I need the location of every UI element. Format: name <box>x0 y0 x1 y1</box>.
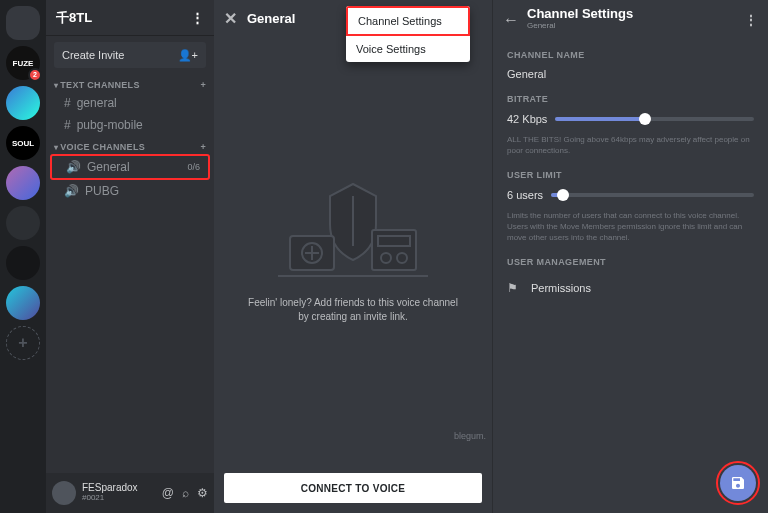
unread-badge: 2 <box>28 68 42 82</box>
settings-popup: Channel Settings Voice Settings <box>346 6 470 62</box>
user-limit-slider[interactable] <box>551 188 754 202</box>
background-text: blegum. <box>454 431 486 441</box>
add-channel-icon[interactable]: + <box>200 80 206 90</box>
back-icon[interactable]: ← <box>503 11 519 29</box>
connect-to-voice-button[interactable]: CONNECT TO VOICE <box>224 473 482 503</box>
speaker-icon: 🔊 <box>64 184 79 198</box>
server-item[interactable] <box>6 286 40 320</box>
server-item[interactable] <box>6 206 40 240</box>
gear-icon[interactable]: ⚙ <box>197 486 208 500</box>
server-name: 千8TL <box>56 9 92 27</box>
save-icon <box>730 475 746 491</box>
create-invite-button[interactable]: Create Invite 👤+ <box>54 42 206 68</box>
bitrate-value: 42 Kbps <box>507 113 547 125</box>
voice-channel-general[interactable]: 🔊General 0/6 <box>50 154 210 180</box>
empty-voice-text: Feelin' lonely? Add friends to this voic… <box>244 296 462 324</box>
popup-voice-settings[interactable]: Voice Settings <box>346 36 470 62</box>
server-item[interactable] <box>6 246 40 280</box>
add-server-button[interactable]: + <box>6 326 40 360</box>
voice-channel-view: ✕ General Channel Settings Voice Setting… <box>214 0 492 513</box>
voice-channel-pubg[interactable]: 🔊PUBG <box>50 180 210 202</box>
channel-settings-pane: ← Channel Settings General ⋮ CHANNEL NAM… <box>492 0 768 513</box>
avatar[interactable] <box>52 481 76 505</box>
server-soul[interactable]: SOUL <box>6 126 40 160</box>
username: FESparadox#0021 <box>82 483 138 503</box>
text-channel-pubg-mobile[interactable]: #pubg-mobile <box>50 114 210 136</box>
empty-voice-illustration <box>278 176 428 286</box>
flag-icon: ⚑ <box>507 281 521 295</box>
user-bar: FESparadox#0021 @ ⌕ ⚙ <box>46 473 214 513</box>
bitrate-slider[interactable] <box>555 112 754 126</box>
server-fuze[interactable]: FUZE2 <box>6 46 40 80</box>
popup-channel-settings[interactable]: Channel Settings <box>346 6 470 36</box>
mentions-icon[interactable]: @ <box>162 486 174 500</box>
user-limit-hint: Limits the number of users that can conn… <box>507 210 754 243</box>
text-channel-general[interactable]: #general <box>50 92 210 114</box>
close-icon[interactable]: ✕ <box>224 9 237 28</box>
settings-subtitle: General <box>527 20 633 32</box>
search-icon[interactable]: ⌕ <box>182 486 189 500</box>
server-item[interactable] <box>6 166 40 200</box>
category-voice-channels[interactable]: ▾VOICE CHANNELS + <box>46 136 214 154</box>
kebab-icon[interactable]: ⋮ <box>744 12 758 28</box>
bitrate-hint: ALL THE BITS! Going above 64kbps may adv… <box>507 134 754 156</box>
server-home[interactable] <box>6 6 40 40</box>
hash-icon: # <box>64 118 71 132</box>
bitrate-label: BITRATE <box>507 94 754 104</box>
add-channel-icon[interactable]: + <box>200 142 206 152</box>
hash-icon: # <box>64 96 71 110</box>
speaker-icon: 🔊 <box>66 160 81 174</box>
settings-title: Channel Settings <box>527 6 633 21</box>
channel-name-label: CHANNEL NAME <box>507 50 754 60</box>
add-person-icon: 👤+ <box>178 49 198 62</box>
user-limit-label: USER LIMIT <box>507 170 754 180</box>
user-management-label: USER MANAGEMENT <box>507 257 754 267</box>
channel-list: 千8TL ⋮ Create Invite 👤+ ▾TEXT CHANNELS +… <box>46 0 214 513</box>
server-header[interactable]: 千8TL ⋮ <box>46 0 214 36</box>
user-limit-value: 6 users <box>507 189 543 201</box>
permissions-row[interactable]: ⚑ Permissions <box>507 275 754 301</box>
server-item[interactable] <box>6 86 40 120</box>
category-text-channels[interactable]: ▾TEXT CHANNELS + <box>46 74 214 92</box>
chevron-down-icon: ▾ <box>54 81 58 90</box>
server-rail: FUZE2 SOUL + <box>0 0 46 513</box>
save-button[interactable] <box>720 465 756 501</box>
channel-title: General <box>247 11 295 26</box>
voice-user-count: 0/6 <box>187 162 200 172</box>
chevron-down-icon: ▾ <box>54 143 58 152</box>
channel-name-field[interactable]: General <box>507 68 754 80</box>
kebab-icon[interactable]: ⋮ <box>191 10 204 25</box>
